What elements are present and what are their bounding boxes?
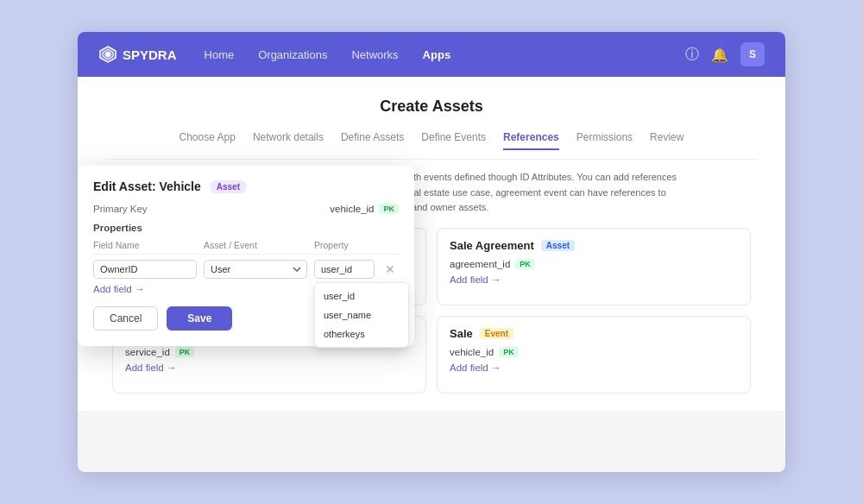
ref-card-sale-field: vehicle_id PK <box>450 347 738 357</box>
primary-key-label: Primary Key <box>93 204 148 214</box>
vehicle-id-field: vehicle_id <box>450 347 494 357</box>
agreement-id-pk: PK <box>515 259 535 269</box>
vehicle-id-pk: PK <box>499 347 519 357</box>
cancel-button[interactable]: Cancel <box>93 306 158 331</box>
field-table-row-1: User Sale Agreement Service Sale user_id… <box>93 260 399 279</box>
nav-organizations[interactable]: Organizations <box>258 48 327 61</box>
ref-card-service-field: service_id PK <box>125 347 413 357</box>
col-field-name: Field Name <box>93 240 197 250</box>
property-input[interactable] <box>314 260 375 279</box>
svg-point-2 <box>105 52 110 57</box>
ref-card-sale-title: Sale <box>450 327 473 340</box>
property-dropdown: user_id user_name otherkeys <box>314 282 409 348</box>
edit-panel-header: Edit Asset: Vehicle Asset <box>93 180 399 193</box>
ref-card-sa-header: Sale Agreement Asset <box>450 239 738 252</box>
service-id-pk: PK <box>175 347 195 357</box>
logo: SPYDRA <box>98 45 177 64</box>
nav-networks[interactable]: Networks <box>351 48 398 61</box>
edit-panel-badge: Asset <box>210 180 247 193</box>
steps-nav: Choose App Network details Define Assets… <box>105 131 758 160</box>
ref-card-sa-badge: Asset <box>541 240 575 251</box>
nav-home[interactable]: Home <box>205 48 235 61</box>
step-references[interactable]: References <box>503 131 559 150</box>
ref-card-sale-badge: Event <box>480 328 513 339</box>
nav-links: Home Organizations Networks Apps <box>205 48 685 61</box>
step-choose-app[interactable]: Choose App <box>180 131 236 150</box>
col-asset-event: Asset / Event <box>204 240 307 250</box>
remove-field-icon[interactable]: ✕ <box>381 262 399 276</box>
bell-icon[interactable]: 🔔 <box>711 47 728 63</box>
ref-card-sale-agreement: Sale Agreement Asset agreement_id PK Add… <box>437 228 751 306</box>
ref-card-sale-header: Sale Event <box>450 327 738 340</box>
page-title: Create Assets <box>105 98 758 116</box>
navbar: SPYDRA Home Organizations Networks Apps … <box>78 32 785 77</box>
step-review[interactable]: Review <box>650 131 683 150</box>
edit-panel: Edit Asset: Vehicle Asset Primary Key ve… <box>78 166 414 346</box>
dropdown-item-otherkeys[interactable]: otherkeys <box>315 324 408 343</box>
field-name-input[interactable] <box>93 260 197 279</box>
step-network-details[interactable]: Network details <box>253 131 324 150</box>
ref-card-sa-title: Sale Agreement <box>450 239 534 252</box>
dropdown-item-user-name[interactable]: user_name <box>315 306 408 324</box>
sa-add-field[interactable]: Add field → <box>450 274 738 285</box>
logo-icon <box>98 45 117 64</box>
service-add-field[interactable]: Add field → <box>125 362 413 373</box>
ref-card-sa-field: agreement_id PK <box>450 259 738 269</box>
properties-label: Properties <box>93 223 399 233</box>
primary-key-pk-badge: PK <box>379 204 399 214</box>
edit-panel-title: Edit Asset: Vehicle <box>93 180 201 193</box>
col-property: Property <box>314 240 375 250</box>
user-avatar[interactable]: S <box>740 42 765 66</box>
field-table-header: Field Name Asset / Event Property <box>93 240 399 255</box>
primary-key-field-name: vehicle_id <box>330 204 374 214</box>
step-define-events[interactable]: Define Events <box>421 131 486 150</box>
asset-event-select[interactable]: User Sale Agreement Service Sale <box>204 260 307 279</box>
nav-right: ⓘ 🔔 S <box>685 42 765 66</box>
save-button[interactable]: Save <box>167 306 232 331</box>
service-id-field: service_id <box>125 347 170 357</box>
ref-card-sale: Sale Event vehicle_id PK Add field → <box>437 316 751 394</box>
brand-name: SPYDRA <box>123 47 177 62</box>
sale-add-field[interactable]: Add field → <box>450 362 738 373</box>
property-container: user_id user_name otherkeys <box>314 260 375 279</box>
step-permissions[interactable]: Permissions <box>576 131 633 150</box>
primary-key-row: Primary Key vehicle_id PK <box>93 204 399 214</box>
agreement-id-field: agreement_id <box>450 259 510 269</box>
main-window: SPYDRA Home Organizations Networks Apps … <box>78 32 785 472</box>
info-icon[interactable]: ⓘ <box>685 46 699 64</box>
step-define-assets[interactable]: Define Assets <box>341 131 404 150</box>
nav-apps[interactable]: Apps <box>423 48 451 61</box>
primary-key-value: vehicle_id PK <box>330 204 399 214</box>
dropdown-item-user-id[interactable]: user_id <box>315 287 408 306</box>
